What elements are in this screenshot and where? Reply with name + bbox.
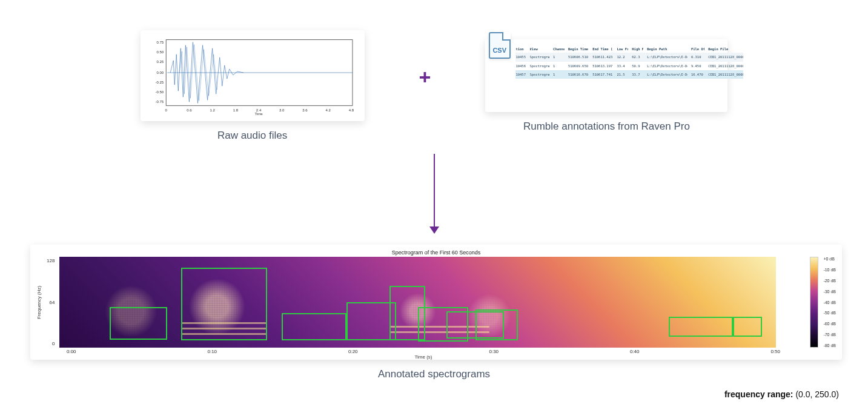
plus-icon: + bbox=[419, 65, 431, 89]
svg-text:Time: Time bbox=[254, 112, 263, 116]
spectrogram-yticks: 128 64 0 bbox=[47, 257, 55, 348]
spectrogram-xlabel: Time (s) bbox=[65, 354, 781, 360]
annotation-bbox bbox=[282, 313, 346, 340]
waveform-plot: 0.75 0.50 0.25 0.00 -0.25 -0.50 -0.75 0 bbox=[149, 35, 356, 116]
waveform-block: 0.75 0.50 0.25 0.00 -0.25 -0.50 -0.75 0 bbox=[141, 30, 365, 142]
table-row: 10457 Spectrogram 1 1 510616.670 510617.… bbox=[515, 70, 743, 79]
spectrogram-xticks: 0:00 0:10 0:20 0:30 0:40 0:50 bbox=[65, 349, 781, 354]
spectrogram-card: Spectrogram of the First 60 Seconds Freq… bbox=[30, 245, 842, 360]
waveform-caption: Raw audio files bbox=[217, 130, 287, 142]
svg-text:-0.25: -0.25 bbox=[155, 81, 164, 84]
spectrogram-title: Spectrogram of the First 60 Seconds bbox=[36, 250, 836, 256]
svg-text:0: 0 bbox=[165, 108, 167, 112]
svg-text:0.25: 0.25 bbox=[156, 60, 164, 64]
csv-file-icon: CSV bbox=[489, 32, 511, 59]
svg-text:0.00: 0.00 bbox=[156, 71, 164, 74]
spectrogram-caption: Annotated spectrograms bbox=[30, 368, 838, 380]
svg-text:4.8: 4.8 bbox=[348, 108, 354, 112]
csv-table: tion View Channel Begin Time (s) End Tim… bbox=[515, 47, 743, 79]
svg-text:4.2: 4.2 bbox=[325, 108, 331, 112]
svg-text:3.6: 3.6 bbox=[302, 108, 308, 112]
frequency-range: frequency range: (0.0, 250.0) bbox=[724, 389, 839, 399]
colorbar bbox=[810, 257, 818, 348]
csv-caption: Rumble annotations from Raven Pro bbox=[523, 121, 690, 133]
spectrogram-ylabel: Frequency (Hz) bbox=[36, 257, 42, 348]
top-input-row: 0.75 0.50 0.25 0.00 -0.25 -0.50 -0.75 0 bbox=[30, 30, 838, 142]
table-row: 10456 Spectrogram 1 1 510609.650 510613.… bbox=[515, 62, 743, 70]
svg-text:-0.50: -0.50 bbox=[155, 90, 164, 94]
annotation-bbox bbox=[733, 317, 761, 337]
colorbar-ticks: +0 dB -10 dB -20 dB -30 dB -40 dB -50 dB… bbox=[823, 257, 836, 348]
annotation-bbox bbox=[181, 268, 267, 340]
flow-arrow bbox=[30, 154, 838, 233]
spectrogram-canvas bbox=[59, 257, 776, 348]
csv-block: CSV tion View Channel Begin Time (s) End… bbox=[485, 39, 727, 133]
csv-card: CSV tion View Channel Begin Time (s) End… bbox=[485, 39, 727, 112]
svg-text:-0.75: -0.75 bbox=[155, 100, 164, 104]
annotation-bbox bbox=[475, 309, 518, 340]
table-row: 10455 Spectrogram 1 1 510606.510 510611.… bbox=[515, 53, 743, 61]
svg-text:0.6: 0.6 bbox=[187, 108, 192, 112]
annotation-bbox bbox=[669, 317, 733, 337]
svg-text:1.2: 1.2 bbox=[210, 108, 215, 112]
waveform-card: 0.75 0.50 0.25 0.00 -0.25 -0.50 -0.75 0 bbox=[141, 30, 365, 121]
svg-text:3.0: 3.0 bbox=[279, 108, 285, 112]
svg-text:0.50: 0.50 bbox=[156, 50, 164, 54]
annotation-bbox bbox=[110, 307, 167, 340]
svg-text:0.75: 0.75 bbox=[156, 41, 164, 44]
arrow-down-icon bbox=[434, 154, 435, 233]
svg-text:1.8: 1.8 bbox=[233, 108, 238, 112]
